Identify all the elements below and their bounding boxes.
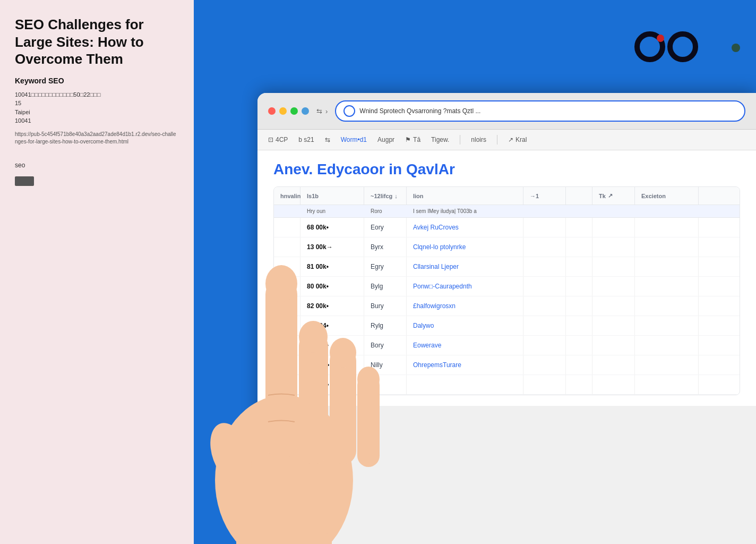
td-volume: 17 004• bbox=[300, 316, 364, 335]
toolbar-item-share[interactable]: ⇆ bbox=[325, 136, 330, 143]
td-col2: Eory bbox=[364, 218, 407, 237]
toolbar-item-3[interactable]: Augpr bbox=[377, 136, 394, 143]
td-check bbox=[274, 375, 300, 394]
td-col5 bbox=[566, 218, 592, 237]
data-table: hnvalin ls1b ~12lifcg ↓ lion →1 bbox=[273, 186, 740, 395]
toolbar-item-7[interactable]: ↗ Kral bbox=[508, 136, 527, 143]
sort-icon[interactable]: ↓ bbox=[394, 193, 398, 199]
table-row: 82 00k• Bury £halfowigrosxn bbox=[274, 296, 740, 316]
td-check bbox=[274, 257, 300, 276]
table-header: hnvalin ls1b ~12lifcg ↓ lion →1 bbox=[274, 187, 740, 205]
td-col6 bbox=[592, 277, 635, 296]
td-col5 bbox=[566, 355, 592, 375]
address-icon bbox=[343, 105, 355, 117]
table-subheader: Hry oun Roro I sem IMey iludya| T003b a bbox=[274, 205, 740, 218]
page-header: Anev. Edycaoor in QavlAr bbox=[273, 161, 740, 178]
td-col4 bbox=[523, 277, 566, 296]
td-col4 bbox=[523, 355, 566, 375]
td-col5 bbox=[566, 277, 592, 296]
td-col7 bbox=[635, 336, 699, 355]
td-col6 bbox=[592, 296, 635, 316]
sidebar-meta: 10041□□□□□□□□□□□□50□22□□□ 15 Taipei 1004… bbox=[15, 90, 179, 125]
sort-icon-2[interactable]: ↗ bbox=[608, 192, 613, 199]
col-header-1: ls1b bbox=[300, 187, 364, 205]
td-col6 bbox=[592, 375, 635, 394]
td-col4 bbox=[523, 336, 566, 355]
subh-3: I sem IMey iludya| T003b a bbox=[407, 205, 592, 217]
top-bar bbox=[194, 0, 756, 93]
td-check bbox=[274, 277, 300, 296]
td-col4 bbox=[523, 375, 566, 394]
td-keyword: Ponw□-Caurapednth bbox=[407, 277, 523, 296]
back-forward-icon[interactable]: ⇆ bbox=[316, 107, 322, 115]
td-col7 bbox=[635, 257, 699, 276]
toolbar-item-1[interactable]: b s21 bbox=[298, 136, 314, 143]
share-icon: ⇆ bbox=[325, 136, 330, 143]
toolbar-item-2[interactable]: Worm•d1 bbox=[341, 136, 367, 143]
td-col7 bbox=[635, 296, 699, 316]
toolbar-item-5[interactable]: Tigew. bbox=[431, 136, 449, 143]
td-volume: 13 00k→ bbox=[300, 237, 364, 257]
address-bar[interactable]: Wnind Sprotech Qvsarroning ?mats Qztl ..… bbox=[335, 100, 745, 122]
td-check bbox=[274, 237, 300, 257]
td-volume: 81 00k• bbox=[300, 257, 364, 276]
td-volume: 8F 00k• bbox=[300, 375, 364, 394]
browser-chrome: ⇆ › Wnind Sprotech Qvsarroning ?mats Qzt… bbox=[257, 93, 756, 130]
minimize-button[interactable] bbox=[279, 107, 287, 115]
svg-point-2 bbox=[670, 34, 695, 60]
td-col5 bbox=[566, 316, 592, 335]
td-check bbox=[274, 316, 300, 335]
svg-point-7 bbox=[732, 44, 740, 52]
sidebar-tag: seo bbox=[15, 162, 179, 169]
td-col7 bbox=[635, 375, 699, 394]
col-header-4: →1 bbox=[523, 187, 566, 205]
td-check bbox=[274, 296, 300, 316]
subh-0 bbox=[274, 205, 300, 217]
td-col5 bbox=[566, 336, 592, 355]
td-col4 bbox=[523, 296, 566, 316]
td-volume: 32 00k• bbox=[300, 336, 364, 355]
col-header-0: hnvalin bbox=[274, 187, 300, 205]
col-header-3: lion bbox=[407, 187, 523, 205]
td-col4 bbox=[523, 237, 566, 257]
close-button[interactable] bbox=[268, 107, 276, 115]
svg-point-9 bbox=[203, 418, 260, 490]
td-keyword: Avkej RuCroves bbox=[407, 218, 523, 237]
td-col6 bbox=[592, 316, 635, 335]
td-col2: Bory bbox=[364, 336, 407, 355]
td-keyword: Dalywo bbox=[407, 316, 523, 335]
maximize-button[interactable] bbox=[290, 107, 298, 115]
extra-button[interactable] bbox=[302, 107, 309, 115]
td-col2: Rylg bbox=[364, 316, 407, 335]
td-col2: Byrx bbox=[364, 237, 407, 257]
traffic-lights bbox=[268, 107, 309, 115]
table-row: 17 004• Rylg Dalywo bbox=[274, 316, 740, 336]
col-header-6: Tk ↗ bbox=[592, 187, 635, 205]
toolbar-divider bbox=[460, 135, 460, 144]
top-icons-svg bbox=[634, 31, 740, 63]
td-keyword bbox=[407, 375, 523, 394]
flag-icon: ⚑ bbox=[405, 136, 411, 143]
toolbar-item-0[interactable]: ⊡ 4CP bbox=[268, 136, 288, 143]
sidebar-url: https://pub-5c454f571b8e40a3a2aad27ade84… bbox=[15, 131, 179, 146]
td-col7 bbox=[635, 316, 699, 335]
chevron-right-icon[interactable]: › bbox=[325, 107, 328, 115]
td-volume: S0 00k• bbox=[300, 355, 364, 375]
td-col7 bbox=[635, 277, 699, 296]
svg-point-1 bbox=[657, 35, 664, 42]
browser-content: Anev. Edycaoor in QavlAr hnvalin ls1b ~1… bbox=[257, 150, 756, 406]
arrow-icon: ↗ bbox=[508, 136, 513, 143]
td-col5 bbox=[566, 257, 592, 276]
col-header-2: ~12lifcg ↓ bbox=[364, 187, 407, 205]
main-content: ⇆ › Wnind Sprotech Qvsarroning ?mats Qzt… bbox=[194, 0, 756, 544]
td-col7 bbox=[635, 237, 699, 257]
toolbar-item-4[interactable]: ⚑ Tā bbox=[405, 136, 420, 143]
td-keyword: Eowerave bbox=[407, 336, 523, 355]
td-col6 bbox=[592, 237, 635, 257]
td-col2: Bylg bbox=[364, 277, 407, 296]
table-row: 13 00k→ Byrx Clqnel-lo ptolynrke bbox=[274, 237, 740, 257]
toolbar-item-6[interactable]: nloirs bbox=[471, 136, 486, 143]
toolbar-divider-2 bbox=[497, 135, 497, 144]
sidebar-title: SEO Challenges for Large Sites: How to O… bbox=[15, 16, 179, 68]
table-row: S0 00k• Nilly OhrepemsTurare bbox=[274, 355, 740, 375]
